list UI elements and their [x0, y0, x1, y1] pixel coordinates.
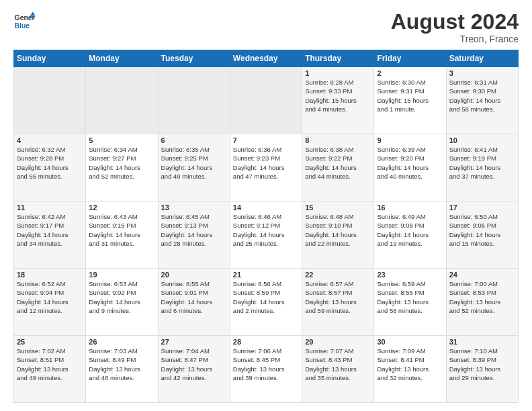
- calendar-cell: 18Sunrise: 6:52 AM Sunset: 9:04 PM Dayli…: [14, 269, 86, 336]
- day-info: Sunrise: 6:39 AM Sunset: 9:20 PM Dayligh…: [377, 145, 443, 181]
- day-number: 18: [17, 271, 83, 279]
- calendar-cell: 10Sunrise: 6:41 AM Sunset: 9:19 PM Dayli…: [446, 134, 518, 201]
- calendar-table: Sunday Monday Tuesday Wednesday Thursday…: [13, 50, 519, 403]
- day-info: Sunrise: 6:50 AM Sunset: 9:06 PM Dayligh…: [449, 212, 515, 248]
- day-info: Sunrise: 6:45 AM Sunset: 9:13 PM Dayligh…: [161, 212, 227, 248]
- calendar-cell: 28Sunrise: 7:06 AM Sunset: 8:45 PM Dayli…: [230, 336, 302, 403]
- calendar-cell: 29Sunrise: 7:07 AM Sunset: 8:43 PM Dayli…: [302, 336, 374, 403]
- col-wednesday: Wednesday: [230, 50, 302, 67]
- day-number: 27: [161, 338, 227, 346]
- day-number: 17: [449, 203, 515, 212]
- day-info: Sunrise: 6:46 AM Sunset: 9:12 PM Dayligh…: [233, 212, 299, 248]
- calendar-cell: 2Sunrise: 6:30 AM Sunset: 9:31 PM Daylig…: [374, 67, 446, 134]
- day-info: Sunrise: 6:38 AM Sunset: 9:22 PM Dayligh…: [305, 145, 371, 181]
- title-block: August 2024 Treon, France: [391, 11, 519, 44]
- day-number: 16: [377, 203, 443, 212]
- day-number: 25: [17, 338, 83, 346]
- day-info: Sunrise: 6:42 AM Sunset: 9:17 PM Dayligh…: [17, 212, 83, 248]
- calendar-cell: 3Sunrise: 6:31 AM Sunset: 9:30 PM Daylig…: [446, 67, 518, 134]
- calendar-cell: 16Sunrise: 6:49 AM Sunset: 9:08 PM Dayli…: [374, 201, 446, 269]
- day-number: 3: [449, 69, 515, 77]
- day-number: 19: [89, 271, 154, 279]
- day-info: Sunrise: 6:52 AM Sunset: 9:04 PM Dayligh…: [17, 279, 83, 315]
- day-number: 23: [377, 271, 443, 279]
- day-number: 20: [161, 271, 227, 279]
- day-number: 7: [233, 136, 299, 144]
- location: Treon, France: [391, 34, 519, 44]
- calendar-cell: 20Sunrise: 6:55 AM Sunset: 9:01 PM Dayli…: [158, 269, 230, 336]
- day-info: Sunrise: 7:06 AM Sunset: 8:45 PM Dayligh…: [233, 347, 299, 382]
- logo: General Blue: [13, 11, 35, 32]
- day-number: 14: [233, 203, 299, 212]
- day-info: Sunrise: 6:36 AM Sunset: 9:23 PM Dayligh…: [233, 145, 299, 181]
- day-number: 31: [449, 338, 515, 346]
- svg-marker-3: [30, 15, 35, 18]
- day-number: 9: [377, 136, 443, 144]
- day-info: Sunrise: 6:31 AM Sunset: 9:30 PM Dayligh…: [449, 78, 515, 113]
- calendar-cell: 6Sunrise: 6:35 AM Sunset: 9:25 PM Daylig…: [158, 134, 230, 201]
- calendar-cell: 19Sunrise: 6:53 AM Sunset: 9:02 PM Dayli…: [86, 269, 158, 336]
- day-number: 4: [17, 136, 83, 144]
- day-number: 11: [17, 203, 83, 212]
- day-info: Sunrise: 6:43 AM Sunset: 9:15 PM Dayligh…: [89, 212, 154, 248]
- calendar-cell: [86, 67, 158, 134]
- day-number: 30: [377, 338, 443, 346]
- day-info: Sunrise: 7:00 AM Sunset: 8:53 PM Dayligh…: [449, 279, 515, 315]
- day-number: 13: [161, 203, 227, 212]
- page: General Blue August 2024 Treon, France S…: [0, 0, 532, 411]
- week-row-1: 1Sunrise: 6:28 AM Sunset: 9:33 PM Daylig…: [14, 67, 519, 134]
- day-info: Sunrise: 7:09 AM Sunset: 8:41 PM Dayligh…: [377, 347, 443, 382]
- calendar-cell: 15Sunrise: 6:48 AM Sunset: 9:10 PM Dayli…: [302, 201, 374, 269]
- day-number: 28: [233, 338, 299, 346]
- day-info: Sunrise: 6:48 AM Sunset: 9:10 PM Dayligh…: [305, 212, 371, 248]
- calendar-cell: 17Sunrise: 6:50 AM Sunset: 9:06 PM Dayli…: [446, 201, 518, 269]
- col-monday: Monday: [86, 50, 158, 67]
- week-row-5: 25Sunrise: 7:02 AM Sunset: 8:51 PM Dayli…: [14, 336, 519, 403]
- day-info: Sunrise: 6:35 AM Sunset: 9:25 PM Dayligh…: [161, 145, 227, 181]
- calendar-cell: [230, 67, 302, 134]
- calendar-header-row: Sunday Monday Tuesday Wednesday Thursday…: [14, 50, 519, 67]
- col-friday: Friday: [374, 50, 446, 67]
- col-saturday: Saturday: [446, 50, 518, 67]
- day-number: 24: [449, 271, 515, 279]
- day-number: 6: [161, 136, 227, 144]
- day-number: 21: [233, 271, 299, 279]
- day-number: 1: [305, 69, 371, 77]
- day-info: Sunrise: 7:07 AM Sunset: 8:43 PM Dayligh…: [305, 347, 371, 382]
- calendar-cell: 1Sunrise: 6:28 AM Sunset: 9:33 PM Daylig…: [302, 67, 374, 134]
- day-number: 2: [377, 69, 443, 77]
- calendar-cell: 7Sunrise: 6:36 AM Sunset: 9:23 PM Daylig…: [230, 134, 302, 201]
- day-number: 10: [449, 136, 515, 144]
- svg-text:Blue: Blue: [15, 22, 30, 30]
- calendar-cell: 25Sunrise: 7:02 AM Sunset: 8:51 PM Dayli…: [14, 336, 86, 403]
- day-number: 15: [305, 203, 371, 212]
- day-info: Sunrise: 6:32 AM Sunset: 9:28 PM Dayligh…: [17, 145, 83, 181]
- week-row-3: 11Sunrise: 6:42 AM Sunset: 9:17 PM Dayli…: [14, 201, 519, 269]
- day-number: 8: [305, 136, 371, 144]
- day-info: Sunrise: 6:55 AM Sunset: 9:01 PM Dayligh…: [161, 279, 227, 315]
- calendar-cell: 30Sunrise: 7:09 AM Sunset: 8:41 PM Dayli…: [374, 336, 446, 403]
- calendar-cell: 31Sunrise: 7:10 AM Sunset: 8:39 PM Dayli…: [446, 336, 518, 403]
- day-info: Sunrise: 6:34 AM Sunset: 9:27 PM Dayligh…: [89, 145, 154, 181]
- day-info: Sunrise: 6:49 AM Sunset: 9:08 PM Dayligh…: [377, 212, 443, 248]
- col-tuesday: Tuesday: [158, 50, 230, 67]
- day-info: Sunrise: 6:53 AM Sunset: 9:02 PM Dayligh…: [89, 279, 154, 315]
- calendar-cell: 4Sunrise: 6:32 AM Sunset: 9:28 PM Daylig…: [14, 134, 86, 201]
- header: General Blue August 2024 Treon, France: [13, 11, 519, 44]
- day-info: Sunrise: 6:41 AM Sunset: 9:19 PM Dayligh…: [449, 145, 515, 181]
- day-number: 12: [89, 203, 154, 212]
- calendar-cell: 13Sunrise: 6:45 AM Sunset: 9:13 PM Dayli…: [158, 201, 230, 269]
- calendar-cell: [158, 67, 230, 134]
- col-thursday: Thursday: [302, 50, 374, 67]
- day-number: 22: [305, 271, 371, 279]
- logo-icon: General Blue: [13, 11, 35, 32]
- calendar-cell: 11Sunrise: 6:42 AM Sunset: 9:17 PM Dayli…: [14, 201, 86, 269]
- day-number: 29: [305, 338, 371, 346]
- day-info: Sunrise: 6:59 AM Sunset: 8:55 PM Dayligh…: [377, 279, 443, 315]
- calendar-cell: 23Sunrise: 6:59 AM Sunset: 8:55 PM Dayli…: [374, 269, 446, 336]
- day-number: 26: [89, 338, 154, 346]
- calendar-cell: [14, 67, 86, 134]
- week-row-2: 4Sunrise: 6:32 AM Sunset: 9:28 PM Daylig…: [14, 134, 519, 201]
- day-info: Sunrise: 6:30 AM Sunset: 9:31 PM Dayligh…: [377, 78, 443, 113]
- calendar-cell: 12Sunrise: 6:43 AM Sunset: 9:15 PM Dayli…: [86, 201, 158, 269]
